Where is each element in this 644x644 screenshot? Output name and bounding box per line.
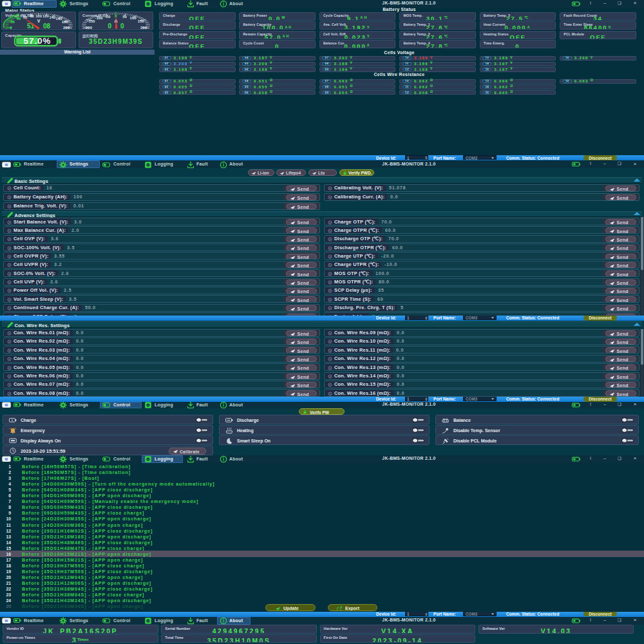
setting-value-field[interactable]: 3.2	[51, 261, 62, 268]
send-button[interactable]: Send	[286, 194, 317, 201]
window-info-icon[interactable]: i	[588, 402, 593, 406]
menu-item-control[interactable]: Control	[113, 457, 130, 461]
log-line[interactable]: 23Before [35D21H38M04S] - [APP close cha…	[0, 592, 644, 598]
send-button[interactable]: Send	[286, 330, 317, 337]
window-maximize-icon[interactable]: ❏	[616, 618, 623, 623]
setting-value-field[interactable]: 3.5	[66, 296, 77, 302]
setting-value-field[interactable]: 0.0	[73, 346, 84, 353]
menu-item-realtime[interactable]: Realtime	[24, 1, 44, 6]
setting-value-field[interactable]: 0.0	[73, 355, 84, 362]
send-button[interactable]: Send	[605, 390, 636, 397]
send-button[interactable]: Send	[605, 236, 636, 243]
menu-item-control[interactable]: Control	[113, 618, 130, 623]
menu-item-settings[interactable]: Settings	[70, 1, 88, 6]
send-button[interactable]: Send	[605, 262, 636, 269]
send-button[interactable]: Send	[286, 270, 317, 277]
log-line[interactable]: 16Before [35D19H15M21S] - [APP open disc…	[0, 551, 644, 557]
send-button[interactable]: Send	[286, 185, 317, 192]
send-button[interactable]: Send	[605, 219, 636, 225]
send-button[interactable]: Send	[605, 288, 636, 294]
menu-item-control[interactable]: Control	[113, 402, 130, 407]
menu-item-settings[interactable]: Settings	[70, 618, 88, 623]
send-button[interactable]: Send	[605, 270, 636, 277]
menu-item-logging[interactable]: Logging	[155, 162, 173, 166]
menu-item-settings[interactable]: Settings	[70, 162, 88, 166]
port-name-select[interactable]: COM3	[463, 155, 497, 160]
setting-value-field[interactable]: 0.0	[393, 390, 404, 396]
menu-item-logging[interactable]: Logging	[155, 402, 173, 407]
setting-value-field[interactable]: 2.6	[58, 270, 69, 276]
toggle-switch[interactable]	[621, 417, 635, 422]
log-line[interactable]: 5Before [04D01H08M34S] - [APP close disc…	[0, 487, 644, 493]
send-button[interactable]: Send	[605, 245, 636, 251]
menu-item-about[interactable]: About	[229, 457, 243, 461]
setting-value-field[interactable]: 51.078	[386, 185, 406, 191]
log-line[interactable]: 4Before [04D00H39M59S] - [Turn off the e…	[0, 481, 644, 487]
scroll-up-arrow[interactable]	[634, 212, 640, 215]
log-line[interactable]: 3Before [17H06M27S] - [Boot]	[0, 475, 644, 481]
toggle-switch[interactable]	[196, 428, 209, 433]
menu-item-about[interactable]: About	[229, 402, 243, 407]
log-line[interactable]: 22Before [35D21H38M04S] - [APP close dis…	[0, 586, 644, 592]
log-line[interactable]: 17Before [35D19H15M21S] - [APP open char…	[0, 557, 644, 563]
setting-value-field[interactable]: 80.0	[375, 279, 390, 285]
send-button[interactable]: Send	[286, 365, 317, 371]
calibrate-button[interactable]: Calibrate	[169, 448, 206, 455]
device-id-input[interactable]: 1	[405, 612, 428, 616]
setting-value-field[interactable]: -10.0	[381, 261, 397, 268]
chem-button-lto[interactable]: Lto	[308, 169, 337, 176]
toggle-switch[interactable]	[412, 438, 426, 443]
send-button[interactable]: Send	[605, 296, 636, 303]
setting-value-field[interactable]: 35	[375, 287, 384, 294]
update-button[interactable]: Update	[265, 604, 316, 611]
send-button[interactable]: Send	[605, 185, 636, 192]
send-button[interactable]: Send	[286, 347, 317, 354]
menu-item-settings[interactable]: Settings	[70, 402, 88, 407]
menu-item-about[interactable]: About	[229, 618, 243, 623]
send-button[interactable]: Send	[286, 279, 317, 286]
log-line[interactable]: 13Before [29D21H18M18S] - [APP open disc…	[0, 534, 644, 540]
log-line[interactable]: 1Before [16H50M57S] - [Time calibration]	[0, 464, 644, 469]
menu-item-realtime[interactable]: Realtime	[24, 457, 44, 461]
send-button[interactable]: Send	[286, 219, 317, 225]
menu-item-realtime[interactable]: Realtime	[24, 402, 44, 407]
menu-item-fault[interactable]: Fault	[196, 402, 208, 407]
scroll-up-arrow[interactable]	[634, 323, 640, 326]
setting-value-field[interactable]: 100	[70, 194, 82, 200]
log-line[interactable]: 25Before [35D21H43M34S] - [APP open char…	[0, 603, 644, 609]
setting-value-field[interactable]: 0.0	[393, 355, 404, 362]
send-button[interactable]: Send	[286, 296, 317, 303]
send-button[interactable]: Send	[286, 339, 317, 345]
window-maximize-icon[interactable]: ❏	[616, 402, 623, 407]
setting-value-field[interactable]: 3.55	[51, 252, 65, 259]
setting-value-field[interactable]: 2.0	[68, 227, 79, 233]
log-line[interactable]: 21Before [35D21H12M06S] - [APP open disc…	[0, 580, 644, 586]
setting-value-field[interactable]: 70.0	[378, 218, 392, 225]
setting-value-field[interactable]: 0.0	[393, 330, 404, 336]
toggle-switch[interactable]	[621, 428, 635, 433]
window-minimize-icon[interactable]: –	[601, 618, 608, 622]
log-line[interactable]: 19Before [35D19H37M59S] - [APP close dis…	[0, 569, 644, 574]
log-line[interactable]: 12Before [29D21H16M02S] - [APP close dis…	[0, 528, 644, 534]
toggle-switch[interactable]	[196, 438, 209, 443]
device-id-input[interactable]: 1	[405, 155, 428, 160]
device-id-input[interactable]: 1	[405, 397, 428, 401]
window-minimize-icon[interactable]: –	[601, 456, 608, 460]
menu-item-fault[interactable]: Fault	[196, 162, 208, 166]
window-close-icon[interactable]: ×	[632, 455, 638, 461]
setting-value-field[interactable]: 60	[374, 296, 383, 302]
menu-item-about[interactable]: About	[229, 1, 243, 6]
window-maximize-icon[interactable]: ❏	[616, 1, 623, 6]
window-close-icon[interactable]: ×	[632, 161, 638, 167]
export-button[interactable]: Export	[328, 604, 377, 611]
window-info-icon[interactable]: i	[588, 456, 593, 460]
send-button[interactable]: Send	[286, 236, 317, 243]
disconnect-button[interactable]: Disconnect	[583, 316, 617, 321]
window-info-icon[interactable]: i	[588, 1, 593, 5]
setting-value-field[interactable]: 0.0	[393, 364, 404, 370]
log-line[interactable]: 24Before [35D21H43M24S] - [APP open disc…	[0, 598, 644, 603]
window-info-icon[interactable]: i	[588, 161, 593, 166]
menu-item-logging[interactable]: Logging	[155, 457, 173, 461]
device-id-input[interactable]: 1	[405, 316, 428, 320]
setting-value-field[interactable]: 0.0	[73, 390, 84, 396]
